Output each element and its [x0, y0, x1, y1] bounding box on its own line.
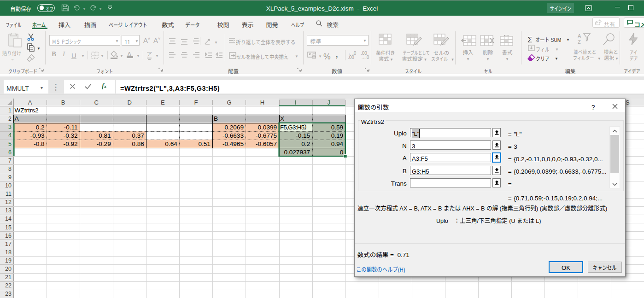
svg-text:J: J — [327, 99, 330, 106]
svg-text:0.81: 0.81 — [99, 132, 111, 139]
svg-text:WZtrtrs2: WZtrtrs2 — [15, 107, 39, 114]
svg-text:4: 4 — [8, 132, 12, 139]
svg-text:12: 12 — [5, 199, 12, 205]
svg-text:3: 3 — [8, 124, 12, 130]
svg-text:F5,G3:H5）: F5,G3:H5） — [280, 123, 310, 131]
svg-text:1: 1 — [8, 107, 12, 114]
svg-text:0.59: 0.59 — [331, 124, 343, 131]
svg-text:F: F — [194, 99, 198, 106]
svg-text:I: I — [295, 99, 297, 106]
svg-text:X: X — [280, 115, 284, 122]
svg-text:0.86: 0.86 — [132, 140, 144, 147]
svg-text:H: H — [260, 99, 264, 106]
svg-text:A: A — [28, 99, 32, 106]
svg-text:-0.11: -0.11 — [64, 124, 78, 131]
svg-text:E: E — [161, 99, 165, 106]
svg-text:-0.8: -0.8 — [34, 140, 44, 147]
svg-text:8: 8 — [8, 166, 12, 172]
svg-text:2: 2 — [8, 116, 12, 122]
svg-text:0.027937: 0.027937 — [284, 149, 310, 156]
svg-text:Z: Z — [578, 39, 581, 45]
svg-text:11: 11 — [6, 191, 12, 197]
svg-text:-0.6057: -0.6057 — [256, 140, 277, 147]
svg-text:17: 17 — [5, 241, 12, 247]
svg-text:-0.92: -0.92 — [64, 140, 78, 147]
svg-text:0.0399: 0.0399 — [258, 124, 277, 131]
svg-text:0.94: 0.94 — [331, 140, 344, 147]
svg-text:-0.6633: -0.6633 — [222, 132, 244, 139]
svg-text:-0.6775: -0.6775 — [256, 132, 277, 139]
svg-text:9: 9 — [8, 174, 12, 181]
svg-text:B: B — [61, 99, 65, 106]
svg-text:5: 5 — [8, 141, 12, 147]
svg-text:13: 13 — [5, 207, 12, 214]
svg-text:10: 10 — [5, 182, 12, 189]
svg-text:0.2: 0.2 — [36, 124, 45, 131]
svg-text:-0.15: -0.15 — [296, 132, 310, 139]
svg-text:-0.93: -0.93 — [30, 132, 45, 139]
svg-text:0.51: 0.51 — [198, 140, 210, 147]
svg-text:7: 7 — [8, 158, 12, 164]
svg-text:B: B — [214, 115, 218, 122]
svg-text:16: 16 — [5, 233, 12, 239]
svg-text:0.2: 0.2 — [301, 140, 310, 147]
svg-text:D: D — [128, 99, 132, 106]
svg-text:A: A — [578, 33, 581, 39]
svg-text:18: 18 — [5, 249, 12, 256]
svg-text:0.37: 0.37 — [132, 132, 144, 139]
svg-text:0: 0 — [340, 149, 344, 156]
svg-text:21: 21 — [5, 274, 12, 280]
svg-text:23: 23 — [5, 291, 12, 297]
svg-text:C: C — [94, 99, 99, 106]
svg-text:-0.32: -0.32 — [64, 132, 78, 139]
svg-text:20: 20 — [5, 266, 12, 272]
svg-text:G: G — [227, 99, 231, 106]
svg-text:6: 6 — [8, 149, 12, 156]
svg-text:19: 19 — [5, 257, 12, 264]
svg-text:0.2069: 0.2069 — [224, 124, 244, 131]
svg-text:14: 14 — [5, 216, 12, 222]
svg-text:0.19: 0.19 — [331, 132, 343, 139]
svg-text:A: A — [15, 115, 19, 122]
svg-text:22: 22 — [5, 282, 12, 289]
svg-text:0.64: 0.64 — [165, 140, 177, 147]
svg-text:-0.29: -0.29 — [97, 140, 111, 147]
svg-text:-0.4965: -0.4965 — [222, 140, 244, 147]
svg-text:15: 15 — [5, 224, 12, 231]
svg-text:S: S — [626, 99, 630, 106]
